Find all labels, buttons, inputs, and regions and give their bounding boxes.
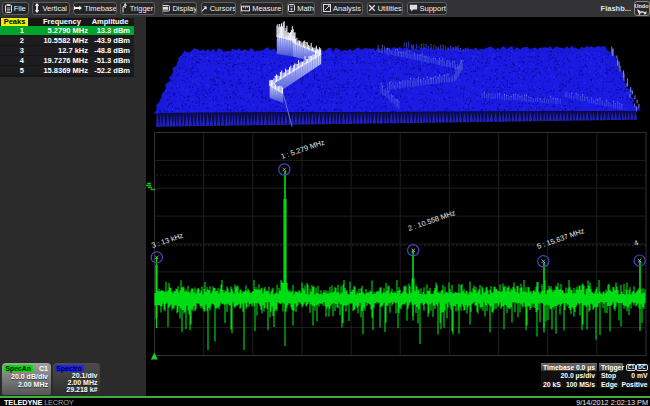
svg-text:1 : 5.279 MHz: 1 : 5.279 MHz [280, 137, 326, 160]
svg-text:3 : 13 kHz: 3 : 13 kHz [150, 231, 184, 250]
svg-text:4: 4 [633, 238, 640, 248]
svg-text:5 : 15.637 MHz: 5 : 15.637 MHz [536, 226, 586, 251]
